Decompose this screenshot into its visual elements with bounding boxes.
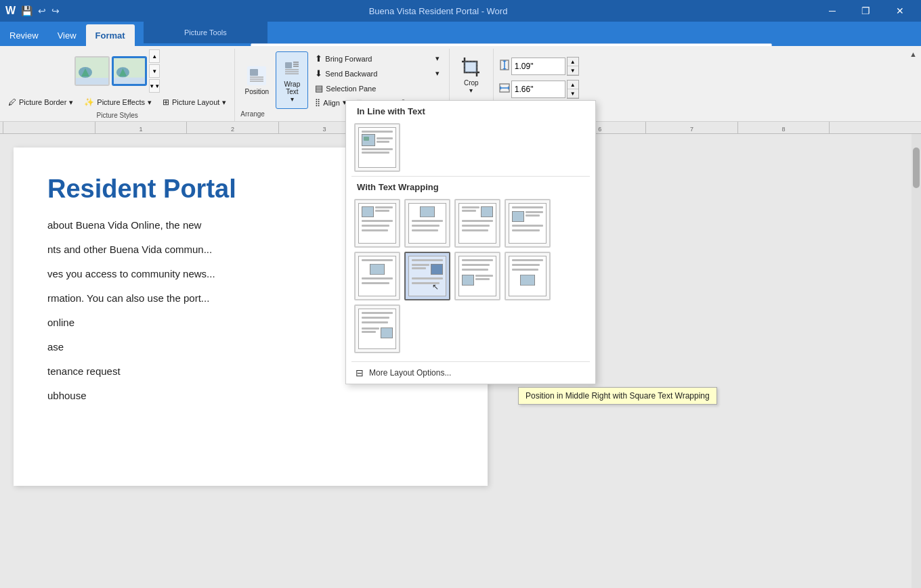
tab-review[interactable]: Review xyxy=(0,24,48,46)
picture-tools-label: Picture Tools xyxy=(144,22,267,43)
svg-rect-39 xyxy=(521,275,534,286)
picture-styles-label: Picture Styles xyxy=(97,110,138,120)
height-icon xyxy=(499,60,510,73)
scrollbar-thumb[interactable] xyxy=(913,148,920,188)
ribbon-tabs: Review View Format xyxy=(0,22,921,46)
wrap-text-dropdown-icon: ▾ xyxy=(291,95,294,103)
send-backward-icon: ⬇ xyxy=(315,68,322,78)
crop-button[interactable]: Crop ▾ xyxy=(455,51,488,99)
bring-forward-dropdown-icon: ▾ xyxy=(435,54,440,63)
layout-option-bottom-right[interactable] xyxy=(354,304,400,353)
layout-option-middle-right[interactable]: ↖ xyxy=(404,252,450,300)
more-options-icon: ⊟ xyxy=(356,367,364,378)
position-button[interactable]: Position xyxy=(240,51,273,109)
send-backward-dropdown-icon: ▾ xyxy=(435,69,440,78)
svg-rect-37 xyxy=(431,265,442,274)
svg-rect-34 xyxy=(481,207,492,217)
picture-layout-dropdown-icon: ▾ xyxy=(222,98,226,107)
position-icon xyxy=(246,65,267,87)
svg-rect-7 xyxy=(114,78,145,85)
svg-rect-3 xyxy=(76,78,108,85)
close-button[interactable]: ✕ xyxy=(884,0,916,22)
svg-rect-32 xyxy=(362,207,373,217)
window-controls: ─ ❐ ✕ xyxy=(817,0,916,22)
height-spin: ▲ ▼ xyxy=(567,57,579,76)
picture-styles-group: ▲ ▼ ▼▼ 🖊 Picture Border ▾ ✨ Picture Effe… xyxy=(0,49,235,121)
width-input[interactable]: 1.66" xyxy=(511,81,565,98)
vertical-scrollbar[interactable] xyxy=(912,134,921,588)
svg-rect-21 xyxy=(465,62,477,72)
ruler-mark xyxy=(3,122,95,134)
align-icon: ⣿ xyxy=(315,98,320,107)
crop-icon xyxy=(460,56,482,78)
layout-option-middle-left[interactable] xyxy=(505,199,551,248)
wrapping-options-grid: ↖ xyxy=(346,196,595,359)
title-bar: W 💾 ↩ ↪ Buena Vista Resident Portal - Wo… xyxy=(0,0,921,22)
svg-rect-13 xyxy=(282,59,301,78)
selection-pane-button[interactable]: ▤ Selection Pane xyxy=(311,81,443,95)
svg-rect-14 xyxy=(285,62,292,68)
layout-option-top-right[interactable] xyxy=(454,199,500,248)
crop-dropdown-icon: ▾ xyxy=(469,87,473,94)
width-icon xyxy=(499,83,510,96)
picture-border-btn[interactable]: 🖊 Picture Border ▾ xyxy=(4,95,77,109)
height-input[interactable]: 1.09" xyxy=(511,58,565,75)
wrap-text-button[interactable]: Wrap Text ▾ xyxy=(276,51,308,109)
picture-effects-icon: ✨ xyxy=(84,97,94,107)
svg-rect-36 xyxy=(370,265,384,275)
more-layout-options-button[interactable]: ⊟ More Layout Options... xyxy=(346,362,595,384)
ruler-mark xyxy=(829,122,921,134)
inline-options-grid xyxy=(346,120,595,176)
wrapping-section-label: With Text Wrapping xyxy=(346,177,595,196)
collapse-ribbon-button[interactable]: ▲ xyxy=(909,50,917,58)
layout-option-bottom-center[interactable] xyxy=(505,252,551,300)
svg-rect-38 xyxy=(463,275,473,285)
layout-option-top-left[interactable] xyxy=(354,199,400,248)
layout-option-bottom-left[interactable] xyxy=(454,252,500,300)
quick-access-redo[interactable]: ↪ xyxy=(51,5,60,16)
tab-view[interactable]: View xyxy=(48,24,86,46)
layout-option-inline[interactable] xyxy=(354,123,400,172)
svg-rect-31 xyxy=(364,137,369,141)
ruler-mark: 1 xyxy=(95,122,187,134)
picture-border-icon: 🖊 xyxy=(8,97,16,107)
scroll-more-arrow[interactable]: ▼▼ xyxy=(149,79,160,93)
minimize-button[interactable]: ─ xyxy=(817,0,848,22)
width-spin: ▲ ▼ xyxy=(567,80,579,99)
position-dropdown: In Line with Text With Text Wrapping xyxy=(345,100,596,384)
doc-paragraph-8: ubhouse xyxy=(47,388,454,404)
tooltip: Position in Middle Right with Square Tex… xyxy=(518,387,717,405)
layout-option-middle-center[interactable] xyxy=(354,252,400,300)
svg-rect-9 xyxy=(250,69,258,76)
svg-rect-40 xyxy=(381,328,392,338)
picture-layout-btn[interactable]: ⊞ Picture Layout ▾ xyxy=(158,95,230,109)
style-scroll-arrows: ▲ ▼ ▼▼ xyxy=(149,49,160,93)
picture-style-thumb-2[interactable] xyxy=(112,56,147,86)
restore-button[interactable]: ❐ xyxy=(851,0,882,22)
svg-rect-33 xyxy=(421,207,434,217)
layout-option-top-center[interactable] xyxy=(404,199,450,248)
scroll-down-arrow[interactable]: ▼ xyxy=(149,64,160,78)
picture-style-thumb-1[interactable] xyxy=(74,56,110,86)
height-spin-up[interactable]: ▲ xyxy=(567,58,578,66)
width-spin-up[interactable]: ▲ xyxy=(567,81,578,89)
quick-access-undo[interactable]: ↩ xyxy=(38,5,46,16)
width-spin-down[interactable]: ▼ xyxy=(567,89,578,98)
word-logo-icon: W xyxy=(5,5,16,17)
tab-format[interactable]: Format xyxy=(86,24,135,46)
picture-effects-btn[interactable]: ✨ Picture Effects ▾ xyxy=(80,95,156,109)
picture-layout-icon: ⊞ xyxy=(163,97,169,107)
wrap-text-icon xyxy=(281,58,303,79)
picture-effects-dropdown-icon: ▾ xyxy=(148,98,152,107)
scroll-up-arrow[interactable]: ▲ xyxy=(149,49,160,63)
height-spin-down[interactable]: ▼ xyxy=(567,66,578,75)
bring-forward-icon: ⬆ xyxy=(315,53,322,64)
inline-section-label: In Line with Text xyxy=(346,101,595,120)
ruler-mark: 8 xyxy=(737,122,830,134)
window-title: Buena Vista Resident Portal - Word xyxy=(369,6,508,16)
quick-access-save[interactable]: 💾 xyxy=(21,5,33,16)
bring-forward-button[interactable]: ⬆ Bring Forward ▾ xyxy=(311,51,443,66)
selection-pane-icon: ▤ xyxy=(315,83,323,93)
svg-rect-35 xyxy=(513,212,523,221)
send-backward-button[interactable]: ⬇ Send Backward ▾ xyxy=(311,66,443,81)
